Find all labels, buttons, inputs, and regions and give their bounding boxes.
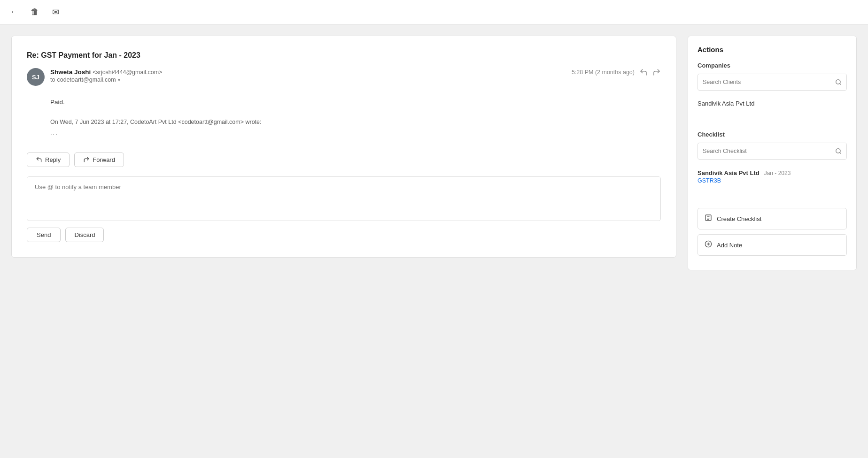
email-action-buttons: Reply Forward	[27, 153, 661, 167]
reply-button[interactable]: Reply	[27, 153, 70, 167]
companies-search-box	[698, 74, 847, 91]
avatar: SJ	[27, 68, 45, 86]
search-icon	[835, 148, 842, 154]
reply-box	[27, 176, 661, 221]
email-body: Paid. On Wed, 7 Jun 2023 at 17:27, Codet…	[27, 93, 661, 149]
to-dropdown-icon[interactable]: ▾	[118, 77, 120, 83]
reply-footer: Send Discard	[27, 228, 661, 242]
companies-search-button[interactable]	[830, 74, 846, 90]
sender-name: Shweta Joshi	[50, 69, 91, 76]
companies-label: Companies	[698, 62, 847, 69]
forward-icon[interactable]	[652, 68, 661, 76]
checklist-item-header: Sandivik Asia Pvt Ltd Jan - 2023	[698, 169, 847, 176]
send-button[interactable]: Send	[27, 228, 61, 242]
divider-1	[698, 126, 847, 126]
sender-info: Shweta Joshi <srjoshi4444@gmail.com> to …	[50, 68, 162, 83]
reply-btn-icon	[36, 156, 42, 163]
email-body-line1: Paid.	[50, 97, 661, 107]
sender-name-line: Shweta Joshi <srjoshi4444@gmail.com>	[50, 68, 162, 76]
checklist-date: Jan - 2023	[764, 170, 791, 176]
toolbar: ← 🗑 ✉	[0, 0, 868, 24]
search-icon	[835, 79, 842, 85]
reply-icon[interactable]	[639, 68, 648, 76]
checklist-search-box	[698, 143, 847, 160]
email-meta: 5:28 PM (2 months ago)	[572, 68, 661, 76]
delete-button[interactable]: 🗑	[28, 6, 41, 19]
svg-line-1	[840, 84, 841, 85]
quoted-date: On Wed, 7 Jun 2023 at 17:27, CodetoArt P…	[50, 117, 661, 127]
sidebar-title: Actions	[698, 46, 847, 53]
reply-textarea[interactable]	[27, 177, 660, 219]
archive-button[interactable]: ✉	[49, 6, 62, 19]
sender-row: SJ Shweta Joshi <srjoshi4444@gmail.com> …	[27, 68, 162, 86]
create-checklist-button[interactable]: Create Checklist	[698, 208, 847, 229]
checklist-item: Sandivik Asia Pvt Ltd Jan - 2023 GSTR3B	[698, 165, 847, 188]
checklist-company: Sandivik Asia Pvt Ltd	[698, 169, 760, 176]
add-note-icon	[705, 240, 712, 250]
email-pane: Re: GST Payment for Jan - 2023 SJ Shweta…	[11, 36, 676, 258]
discard-button[interactable]: Discard	[65, 228, 104, 242]
companies-section: Companies Sandivik Asia Pvt Ltd	[698, 62, 847, 111]
svg-line-3	[840, 153, 841, 154]
checklist-search-button[interactable]	[830, 143, 846, 159]
forward-button[interactable]: Forward	[74, 153, 124, 167]
main-layout: Re: GST Payment for Jan - 2023 SJ Shweta…	[0, 24, 868, 458]
to-label: to	[50, 76, 55, 83]
quoted-ellipsis[interactable]: ···	[50, 130, 661, 139]
checklist-section: Checklist Sandivik Asia Pvt Ltd Jan - 20…	[698, 131, 847, 188]
forward-btn-icon	[83, 156, 90, 163]
sender-to-row: to codetoartt@gmail.com ▾	[50, 76, 162, 83]
email-header: SJ Shweta Joshi <srjoshi4444@gmail.com> …	[27, 68, 661, 86]
back-button[interactable]: ←	[8, 6, 21, 19]
create-checklist-icon	[705, 214, 712, 223]
companies-search-input[interactable]	[698, 75, 830, 89]
add-note-button[interactable]: Add Note	[698, 234, 847, 256]
divider-2	[698, 203, 847, 203]
to-address: codetoartt@gmail.com	[57, 76, 116, 83]
checklist-tag[interactable]: GSTR3B	[698, 177, 847, 184]
company-item: Sandivik Asia Pvt Ltd	[698, 96, 847, 111]
sender-email: <srjoshi4444@gmail.com>	[93, 69, 162, 76]
checklist-search-input[interactable]	[698, 144, 830, 158]
email-timestamp: 5:28 PM (2 months ago)	[572, 69, 635, 76]
email-subject: Re: GST Payment for Jan - 2023	[27, 51, 661, 60]
checklist-label: Checklist	[698, 131, 847, 138]
actions-sidebar: Actions Companies Sandivik Asia Pvt Ltd …	[688, 36, 857, 270]
